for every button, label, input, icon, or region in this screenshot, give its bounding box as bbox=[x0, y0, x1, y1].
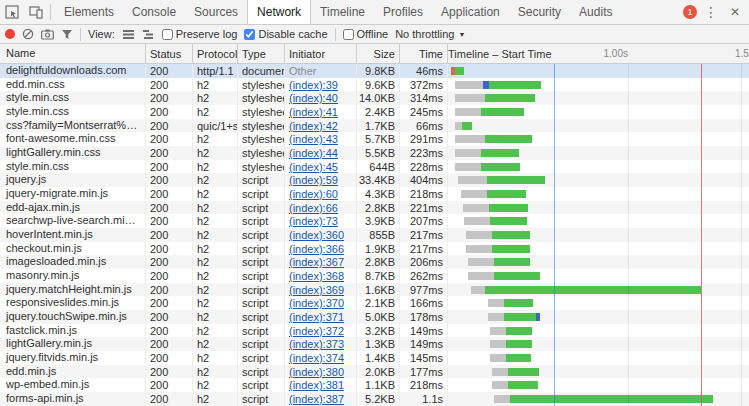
request-name[interactable]: edd.min.js bbox=[0, 365, 146, 379]
column-header-initiator[interactable]: Initiator bbox=[285, 44, 357, 63]
timeline-cell[interactable] bbox=[448, 269, 749, 283]
request-name[interactable]: font-awesome.min.css bbox=[0, 132, 146, 146]
timeline-cell[interactable] bbox=[448, 228, 749, 242]
initiator-link[interactable]: (index):370 bbox=[289, 297, 344, 309]
waterfall-bar[interactable] bbox=[488, 299, 533, 307]
request-name[interactable]: responsiveslides.min.js bbox=[0, 296, 146, 310]
waterfall-bar[interactable] bbox=[490, 327, 532, 335]
waterfall-bar[interactable] bbox=[451, 67, 464, 75]
tab-elements[interactable]: Elements bbox=[55, 0, 123, 24]
error-count-badge[interactable]: 1 bbox=[683, 5, 697, 19]
waterfall-bar[interactable] bbox=[455, 163, 520, 171]
timeline-cell[interactable] bbox=[448, 283, 749, 297]
disable-cache-checkbox[interactable]: Disable cache bbox=[244, 28, 327, 40]
column-header-type[interactable]: Type bbox=[238, 44, 285, 63]
waterfall-bar[interactable] bbox=[458, 176, 545, 184]
initiator-link[interactable]: (index):371 bbox=[289, 311, 344, 323]
table-row[interactable]: font-awesome.min.css200h2stylesheet(inde… bbox=[0, 132, 749, 146]
column-header-time[interactable]: Time bbox=[400, 44, 448, 63]
table-row[interactable]: fastclick.min.js200h2script(index):3723.… bbox=[0, 324, 749, 338]
request-name[interactable]: jquery-migrate.min.js bbox=[0, 187, 146, 201]
waterfall-bar[interactable] bbox=[488, 313, 540, 321]
tab-timeline[interactable]: Timeline bbox=[311, 0, 374, 24]
waterfall-bar[interactable] bbox=[492, 368, 539, 376]
timeline-cell[interactable] bbox=[448, 365, 749, 379]
request-name[interactable]: style.min.css bbox=[0, 160, 146, 174]
table-row[interactable]: edd.min.css200h2stylesheet(index):399.6K… bbox=[0, 78, 749, 92]
request-name[interactable]: imagesloaded.min.js bbox=[0, 255, 146, 269]
large-rows-toggle-icon[interactable] bbox=[122, 29, 135, 40]
timeline-cell[interactable] bbox=[448, 378, 749, 392]
timeline-cell[interactable] bbox=[448, 64, 749, 78]
timeline-cell[interactable] bbox=[448, 392, 749, 406]
filmstrip-capture-icon[interactable] bbox=[41, 29, 54, 40]
request-name[interactable]: forms-api.min.js bbox=[0, 392, 146, 406]
request-name[interactable]: jquery.matchHeight.min.js bbox=[0, 283, 146, 297]
timeline-cell[interactable] bbox=[448, 324, 749, 338]
initiator-link[interactable]: (index):366 bbox=[289, 243, 344, 255]
waterfall-bar[interactable] bbox=[461, 190, 526, 198]
initiator-link[interactable]: (index):44 bbox=[289, 147, 338, 159]
waterfall-bar[interactable] bbox=[463, 204, 528, 212]
request-name[interactable]: searchwp-live-search.min.js bbox=[0, 214, 146, 228]
table-row[interactable]: jquery.matchHeight.min.js200h2script(ind… bbox=[0, 283, 749, 297]
timeline-cell[interactable] bbox=[448, 255, 749, 269]
request-name[interactable]: checkout.min.js bbox=[0, 242, 146, 256]
throttling-select[interactable]: No throttling ▼ bbox=[395, 28, 465, 40]
tab-application[interactable]: Application bbox=[432, 0, 509, 24]
timeline-cell[interactable] bbox=[448, 91, 749, 105]
waterfall-bar[interactable] bbox=[494, 395, 713, 403]
initiator-link[interactable]: (index):42 bbox=[289, 120, 338, 132]
preserve-log-checkbox[interactable]: Preserve log bbox=[162, 28, 238, 40]
request-name[interactable]: style.min.css bbox=[0, 91, 146, 105]
column-header-status[interactable]: Status bbox=[146, 44, 193, 63]
initiator-link[interactable]: (index):41 bbox=[289, 106, 338, 118]
waterfall-bar[interactable] bbox=[455, 135, 532, 143]
timeline-cell[interactable] bbox=[448, 105, 749, 119]
waterfall-bar[interactable] bbox=[464, 217, 527, 225]
table-row[interactable]: delightfuldownloads.com200http/1.1docume… bbox=[0, 64, 749, 78]
table-row[interactable]: searchwp-live-search.min.js200h2script(i… bbox=[0, 214, 749, 228]
table-row[interactable]: style.min.css200h2stylesheet(index):4564… bbox=[0, 160, 749, 174]
initiator-link[interactable]: (index):66 bbox=[289, 202, 338, 214]
request-name[interactable]: lightGallery.min.css bbox=[0, 146, 146, 160]
offline-input[interactable] bbox=[343, 29, 354, 40]
request-name[interactable]: css?family=Montserrat%3A400%2C… bbox=[0, 119, 146, 133]
table-row[interactable]: jquery-migrate.min.js200h2script(index):… bbox=[0, 187, 749, 201]
tab-sources[interactable]: Sources bbox=[185, 0, 247, 24]
waterfall-bar[interactable] bbox=[466, 231, 530, 239]
request-name[interactable]: masonry.min.js bbox=[0, 269, 146, 283]
timeline-cell[interactable] bbox=[448, 242, 749, 256]
waterfall-bar[interactable] bbox=[490, 340, 532, 348]
disable-cache-input[interactable] bbox=[244, 29, 255, 40]
filter-icon[interactable] bbox=[61, 29, 73, 40]
timeline-cell[interactable] bbox=[448, 78, 749, 92]
waterfall-bar[interactable] bbox=[455, 94, 535, 102]
table-row[interactable]: imagesloaded.min.js200h2script(index):36… bbox=[0, 255, 749, 269]
tab-network[interactable]: Network bbox=[247, 0, 311, 24]
close-icon[interactable]: ✕ bbox=[725, 5, 745, 19]
initiator-link[interactable]: (index):73 bbox=[289, 215, 338, 227]
column-header-timeline[interactable]: Timeline – Start Time1.00s1.50s bbox=[448, 44, 749, 63]
table-row[interactable]: jquery.touchSwipe.min.js200h2script(inde… bbox=[0, 310, 749, 324]
request-name[interactable]: edd-ajax.min.js bbox=[0, 201, 146, 215]
initiator-link[interactable]: (index):43 bbox=[289, 133, 338, 145]
tab-audits[interactable]: Audits bbox=[570, 0, 621, 24]
table-row[interactable]: masonry.min.js200h2script(index):3688.7K… bbox=[0, 269, 749, 283]
initiator-link[interactable]: (index):60 bbox=[289, 188, 338, 200]
timeline-cell[interactable] bbox=[448, 214, 749, 228]
table-row[interactable]: style.min.css200h2stylesheet(index):4014… bbox=[0, 91, 749, 105]
initiator-link[interactable]: (index):381 bbox=[289, 379, 344, 391]
waterfall-bar[interactable] bbox=[455, 122, 472, 130]
waterfall-bar[interactable] bbox=[468, 272, 540, 280]
offline-checkbox[interactable]: Offline bbox=[343, 28, 389, 40]
timeline-cell[interactable] bbox=[448, 132, 749, 146]
waterfall-bar[interactable] bbox=[466, 245, 530, 253]
initiator-link[interactable]: (index):372 bbox=[289, 325, 344, 337]
initiator-link[interactable]: (index):369 bbox=[289, 284, 344, 296]
waterfall-bar[interactable] bbox=[455, 149, 519, 157]
column-header-name[interactable]: Name bbox=[0, 44, 146, 63]
timeline-cell[interactable] bbox=[448, 119, 749, 133]
initiator-link[interactable]: (index):360 bbox=[289, 229, 344, 241]
initiator-link[interactable]: (index):45 bbox=[289, 161, 338, 173]
